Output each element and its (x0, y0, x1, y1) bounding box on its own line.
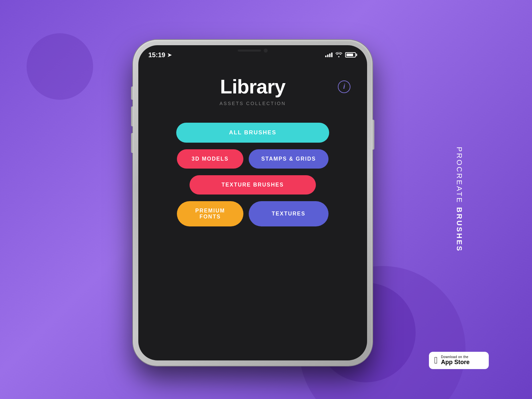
premium-fonts-label: PREMIUM FONTS (187, 208, 233, 220)
phone-shell: 15:19 ➤ (133, 40, 372, 366)
category-buttons: ALL BRUSHES 3D MODELS STAMPS & GRIDS (148, 123, 357, 226)
power-button (372, 120, 374, 150)
silent-switch (131, 86, 133, 100)
status-icons (325, 52, 357, 58)
all-brushes-label: ALL BRUSHES (229, 129, 277, 136)
phone-notch (226, 45, 279, 56)
vertical-label-suffix: BRUSHES (456, 207, 464, 252)
premium-fonts-button[interactable]: PREMIUM FONTS (177, 201, 243, 226)
wifi-icon (335, 52, 342, 58)
signal-bar-2 (327, 55, 329, 57)
button-row-3: TEXTURE BRUSHES (148, 175, 357, 195)
apple-logo-icon:  (434, 356, 438, 365)
stamps-grids-button[interactable]: STAMPS & GRIDS (249, 149, 329, 169)
volume-up-button (131, 106, 133, 126)
front-camera (264, 49, 268, 53)
info-icon: i (343, 83, 345, 90)
info-button[interactable]: i (338, 80, 350, 93)
vertical-app-label: PROCREATE BRUSHES (455, 147, 464, 252)
battery-icon (345, 52, 357, 58)
signal-bar-1 (325, 56, 327, 57)
texture-brushes-label: TEXTURE BRUSHES (221, 182, 284, 188)
location-icon: ➤ (167, 52, 172, 58)
textures-label: TEXTURES (272, 211, 305, 217)
button-row-2: 3D MODELS STAMPS & GRIDS (148, 149, 357, 169)
battery-fill (346, 54, 353, 56)
library-header: Library i (148, 75, 357, 98)
app-store-text-block: Download on the App Store (441, 355, 469, 366)
speaker-grille (238, 50, 261, 52)
bg-decoration-3 (27, 33, 93, 100)
store-name-label: App Store (441, 359, 469, 366)
library-title: Library (220, 75, 285, 98)
status-time: 15:19 ➤ (148, 51, 172, 59)
assets-subtitle: ASSETS COLLECTION (219, 101, 286, 106)
phone-screen: 15:19 ➤ (138, 45, 367, 360)
signal-bars-icon (325, 53, 332, 57)
button-row-4: PREMIUM FONTS TEXTURES (148, 201, 357, 226)
app-content: Library i ASSETS COLLECTION ALL BRUSHES (138, 62, 367, 360)
download-on-label: Download on the (441, 355, 469, 359)
volume-down-button (131, 133, 133, 153)
battery-tip (356, 54, 357, 56)
time-display: 15:19 (148, 51, 165, 59)
3d-models-label: 3D MODELS (192, 156, 228, 162)
button-row-1: ALL BRUSHES (148, 123, 357, 143)
vertical-label-prefix: PROCREATE (456, 147, 464, 207)
signal-bar-4 (331, 53, 332, 57)
texture-brushes-button[interactable]: TEXTURE BRUSHES (190, 175, 316, 195)
app-store-badge[interactable]:  Download on the App Store (429, 352, 489, 369)
battery-body (345, 52, 356, 58)
textures-button[interactable]: TEXTURES (249, 201, 329, 226)
stamps-grids-label: STAMPS & GRIDS (261, 156, 316, 162)
3d-models-button[interactable]: 3D MODELS (177, 149, 243, 169)
all-brushes-button[interactable]: ALL BRUSHES (176, 123, 329, 143)
phone-mockup: 15:19 ➤ (133, 40, 372, 366)
signal-bar-3 (329, 54, 331, 57)
